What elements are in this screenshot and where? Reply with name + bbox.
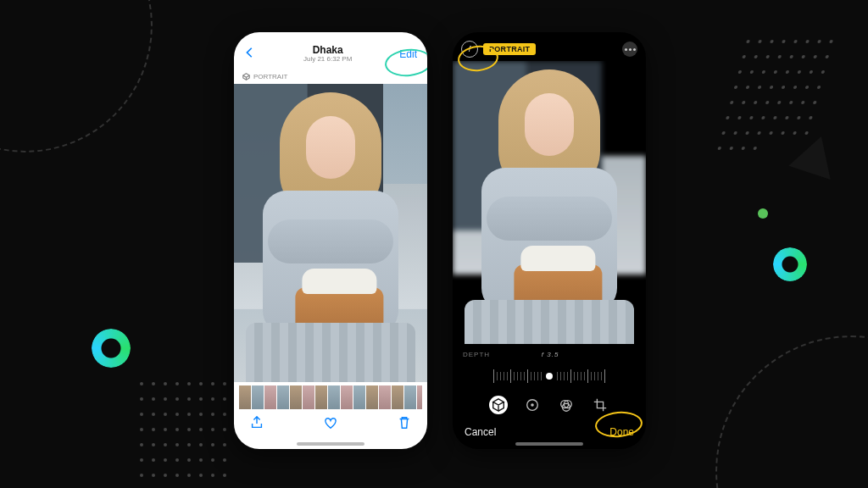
favorite-button[interactable]: [323, 415, 338, 434]
cancel-button[interactable]: Cancel: [465, 426, 496, 438]
phone-photos-viewer: Dhaka July 21 6:32 PM Edit PORTRAIT: [234, 32, 427, 449]
deco-dot-small: [758, 208, 768, 219]
cube-icon: [242, 73, 250, 80]
crop-icon: [593, 397, 608, 413]
share-button[interactable]: [249, 415, 264, 434]
adjust-icon: [525, 397, 540, 413]
edit-button[interactable]: Edit: [399, 48, 417, 60]
deco-ring-left: [92, 329, 131, 368]
depth-value: f 3.5: [542, 351, 559, 358]
filters-icon: [559, 397, 574, 413]
depth-slider[interactable]: [466, 363, 632, 389]
chevron-left-icon: [244, 47, 256, 58]
main-photo[interactable]: [234, 84, 427, 382]
cube-icon: [491, 397, 506, 413]
delete-button[interactable]: [397, 415, 412, 434]
home-indicator: [515, 442, 583, 446]
home-indicator: [297, 442, 364, 446]
heart-icon: [323, 415, 338, 430]
portrait-mode-badge: PORTRAIT: [483, 43, 536, 55]
aperture-button[interactable]: f: [461, 41, 478, 58]
deco-dotgrid-bl: [136, 378, 237, 463]
adjust-tool[interactable]: [523, 396, 542, 414]
header-title-block: Dhaka July 21 6:32 PM: [303, 45, 352, 64]
thumbnail-strip[interactable]: [239, 385, 422, 409]
trash-icon: [397, 415, 412, 430]
svg-point-1: [531, 403, 534, 407]
edit-photo[interactable]: [453, 61, 646, 344]
photo-subject: [259, 92, 403, 335]
share-icon: [249, 415, 264, 430]
deco-arc-tl: [0, 0, 153, 152]
done-button[interactable]: Done: [609, 426, 634, 438]
depth-label: DEPTH: [463, 351, 490, 358]
edit-tools-row: [453, 391, 646, 419]
deco-dotgrid-tr: [721, 36, 846, 120]
more-options-button[interactable]: [622, 42, 637, 57]
deco-ring-right: [773, 247, 807, 281]
back-button[interactable]: [244, 47, 256, 62]
datetime-subtitle: July 21 6:32 PM: [303, 56, 352, 64]
photo-subject: [477, 69, 621, 312]
crop-tool[interactable]: [591, 396, 609, 414]
deco-arc-br: [715, 336, 868, 488]
phone-edit-depth: f PORTRAIT DEPTH f 3.5: [453, 32, 646, 449]
filters-tool[interactable]: [557, 396, 576, 414]
portrait-badge-text: PORTRAIT: [253, 73, 287, 80]
portrait-badge-row: PORTRAIT: [234, 71, 427, 84]
portrait-tool[interactable]: [489, 396, 508, 414]
